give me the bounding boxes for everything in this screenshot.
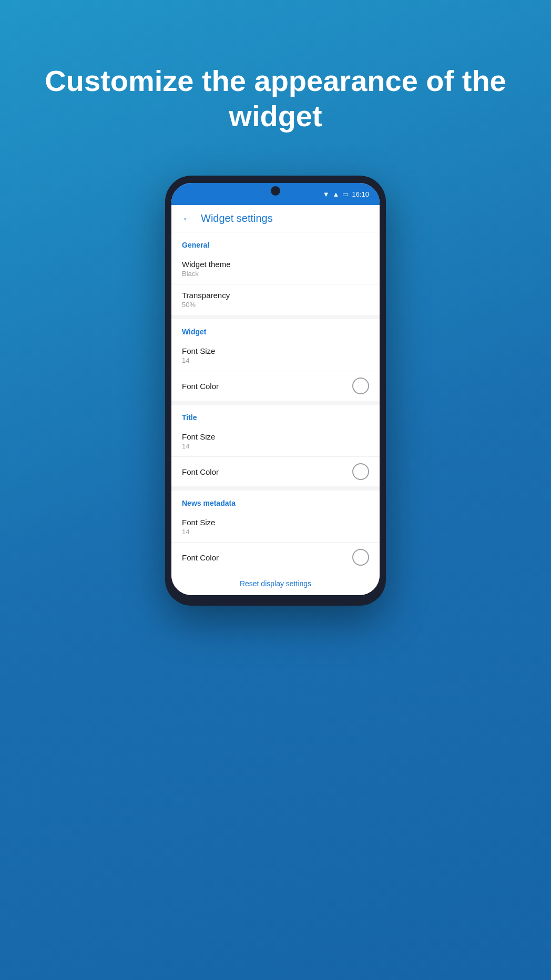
divider-1 [171, 315, 380, 319]
status-bar-right: ▼ ▲ ▭ 16:10 [323, 190, 369, 198]
news-font-size-item[interactable]: Font Size 14 [171, 512, 380, 543]
page-title: Widget settings [201, 212, 273, 224]
transparency-label: Transparency [182, 291, 230, 300]
transparency-item[interactable]: Transparency 50% [171, 284, 380, 315]
reset-display-settings-link[interactable]: Reset display settings [171, 572, 380, 595]
app-bar: ← Widget settings [171, 205, 380, 232]
time-display: 16:10 [352, 190, 369, 198]
title-font-size-value: 14 [182, 442, 215, 450]
widget-theme-item[interactable]: Widget theme Black [171, 253, 380, 284]
notch [271, 186, 280, 196]
settings-content: General Widget theme Black Transparency … [171, 232, 380, 595]
battery-icon: ▭ [342, 190, 349, 198]
widget-color-circle[interactable] [352, 377, 369, 394]
divider-3 [171, 486, 380, 491]
widget-theme-label: Widget theme [182, 260, 231, 269]
widget-font-size-label: Font Size [182, 346, 215, 355]
hero-title: Customize the appearance of the widget [0, 63, 551, 134]
widget-font-color-item[interactable]: Font Color [171, 371, 380, 401]
news-font-color-label: Font Color [182, 553, 219, 562]
title-font-size-label: Font Size [182, 432, 215, 441]
signal-icon: ▲ [333, 190, 340, 198]
news-metadata-section-header: News metadata [171, 491, 380, 512]
news-font-color-item[interactable]: Font Color [171, 543, 380, 572]
title-section: Title Font Size 14 Font Color [171, 405, 380, 486]
status-bar: ▼ ▲ ▭ 16:10 [171, 183, 380, 205]
news-font-size-label: Font Size [182, 518, 215, 527]
divider-2 [171, 401, 380, 405]
widget-section-header: Widget [171, 319, 380, 340]
widget-font-size-value: 14 [182, 356, 215, 364]
news-color-circle[interactable] [352, 549, 369, 566]
widget-font-color-label: Font Color [182, 382, 219, 391]
widget-theme-value: Black [182, 270, 231, 278]
transparency-value: 50% [182, 301, 230, 309]
news-font-size-value: 14 [182, 528, 215, 536]
title-font-color-label: Font Color [182, 467, 219, 476]
title-font-color-item[interactable]: Font Color [171, 457, 380, 486]
back-button[interactable]: ← [182, 212, 192, 224]
phone-frame: ▼ ▲ ▭ 16:10 ← Widget settings General Wi… [165, 176, 386, 606]
title-section-header: Title [171, 405, 380, 426]
title-font-size-item[interactable]: Font Size 14 [171, 426, 380, 457]
wifi-icon: ▼ [323, 190, 330, 198]
news-metadata-section: News metadata Font Size 14 Font Color [171, 491, 380, 572]
widget-section: Widget Font Size 14 Font Color [171, 319, 380, 401]
title-color-circle[interactable] [352, 463, 369, 480]
general-section-header: General [171, 232, 380, 253]
widget-font-size-item[interactable]: Font Size 14 [171, 340, 380, 371]
phone-screen: ▼ ▲ ▭ 16:10 ← Widget settings General Wi… [171, 183, 380, 595]
general-section: General Widget theme Black Transparency … [171, 232, 380, 315]
